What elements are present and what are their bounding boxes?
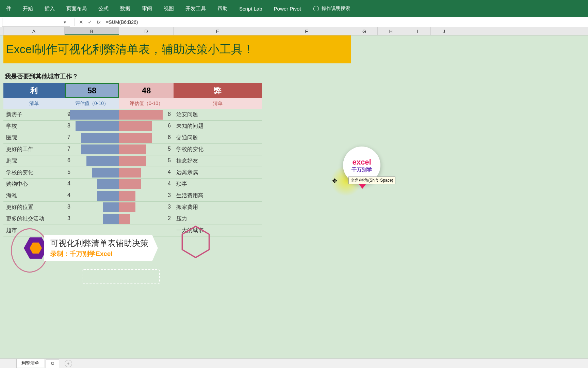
page-title: Excel制作可视化利弊清单表，辅助决策小工具！ [3,35,351,63]
cell-con-value[interactable]: 3 [119,202,174,213]
cell-con-item[interactable]: 生活费用高 [174,190,262,201]
ribbon-tab-view[interactable]: 视图 [162,2,176,15]
cell-con-value[interactable]: 5 [119,144,174,155]
cell-con-item[interactable]: 交通问题 [174,132,262,143]
fx-icon[interactable]: fx [94,19,103,25]
cell-pro-item[interactable]: 购物中心 [3,179,65,190]
cell-con-value[interactable]: 8 [119,109,174,120]
cell-con-item[interactable]: 学校的变化 [174,144,262,155]
header-pro-total[interactable]: 58 [65,83,119,98]
sheet-tab-copyright[interactable]: © [46,359,59,368]
cell-pro-value[interactable]: 4 [65,190,119,201]
divider [74,18,75,26]
cell-con-value[interactable] [119,225,174,236]
cell-pro-item[interactable]: 学校 [3,121,65,132]
cell-con-item[interactable]: 远离亲属 [174,167,262,178]
cell-con-value[interactable]: 4 [119,179,174,190]
cell-pro-item[interactable]: 学校的变化 [3,167,65,178]
cell-con-item[interactable]: 琐事 [174,179,262,190]
cell-pro-value[interactable]: 9 [65,109,119,120]
col-header-A[interactable]: A [3,27,65,35]
ribbon-tab-help[interactable]: 帮助 [215,2,230,15]
ribbon-tab-scriptlab[interactable]: Script Lab [237,2,264,15]
col-header-E[interactable]: E [174,27,262,35]
col-header-H[interactable]: H [378,27,404,35]
pros-cons-table: 利 58 48 弊 清单 评估值（0-10） 评估值（0-10） 清单 新房子9… [3,83,262,236]
cell-pro-value[interactable]: 8 [65,121,119,132]
sub-pro-list: 清单 [3,98,65,109]
ribbon-tab-data[interactable]: 数据 [118,2,132,15]
cell-pro-item[interactable]: 剧院 [3,155,65,167]
annotation-hexagon [180,225,211,259]
cell-pro-item[interactable]: 海滩 [3,190,65,201]
col-header-B[interactable]: B [65,27,119,35]
table-row[interactable]: 学校的变化54远离亲属 [3,167,262,179]
cell-pro-item[interactable]: 新房子 [3,109,65,120]
cell-con-item[interactable]: 治安问题 [174,109,262,120]
cell-pro-value[interactable]: 7 [65,144,119,155]
confirm-icon[interactable]: ✓ [85,19,94,25]
badge-subtitle: 录制：千万别学Excel [50,249,148,258]
ribbon-tab-formulas[interactable]: 公式 [96,2,111,15]
cell-con-value[interactable]: 5 [119,155,174,167]
table-row[interactable]: 更多的社交活动32压力 [3,213,262,225]
annotation-dashed-box [82,269,160,284]
cell-con-value[interactable]: 6 [119,121,174,132]
cell-pro-value[interactable]: 5 [65,167,119,178]
table-row[interactable]: 医院76交通问题 [3,132,262,144]
sheet-tab-active[interactable]: 利弊清单 [16,358,44,368]
col-header-G[interactable]: G [351,27,378,35]
col-header-F[interactable]: F [262,27,351,35]
header-con-total[interactable]: 48 [119,83,174,98]
cell-con-item[interactable]: 未知的问题 [174,121,262,132]
cell-pro-item[interactable]: 更多的社交活动 [3,213,65,225]
cell-con-value[interactable]: 4 [119,167,174,178]
add-sheet-button[interactable]: + [65,360,72,367]
column-headers: A B D E F G H I J [0,27,588,35]
cell-con-value[interactable]: 2 [119,213,174,225]
col-header-J[interactable]: J [431,27,457,35]
ime-tooltip: 全角/半角(Shift+Space) [348,177,395,184]
svg-marker-0 [182,226,209,258]
ribbon-tab-file[interactable]: 件 [4,2,13,15]
cell-pro-value[interactable] [65,225,119,236]
name-box[interactable]: ▾ [2,18,70,27]
worksheet-grid[interactable]: Excel制作可视化利弊清单表，辅助决策小工具！ 我是否要到其他城市工作？ 利 … [0,35,588,359]
cell-pro-value[interactable]: 3 [65,202,119,213]
cell-pro-item[interactable]: 更好的工作 [3,144,65,155]
cell-pro-value[interactable]: 7 [65,132,119,143]
ribbon-tab-powerpivot[interactable]: Power Pivot [272,2,303,15]
cell-con-item[interactable]: 压力 [174,213,262,225]
cell-con-item[interactable]: 挂念好友 [174,155,262,167]
sheet-tab-bar: 利弊清单 © + [0,358,588,368]
table-row[interactable]: 购物中心44琐事 [3,179,262,190]
cancel-icon[interactable]: ✕ [77,19,85,25]
table-row[interactable]: 更好的工作75学校的变化 [3,144,262,155]
ribbon-tab-insert[interactable]: 插入 [43,2,57,15]
logo-text-1: excel [352,158,371,167]
cell-pro-item[interactable]: 医院 [3,132,65,143]
table-row[interactable]: 学校86未知的问题 [3,121,262,132]
chevron-down-icon[interactable]: ▾ [62,19,68,25]
table-row[interactable]: 海滩43生活费用高 [3,190,262,202]
table-row[interactable]: 新房子98治安问题 [3,109,262,121]
col-header-I[interactable]: I [404,27,431,35]
formula-input[interactable]: =SUM(B6:B26) [103,19,588,25]
ribbon-tab-home[interactable]: 开始 [21,2,35,15]
ribbon-tab-layout[interactable]: 页面布局 [64,2,89,15]
cell-con-value[interactable]: 6 [119,132,174,143]
tell-me-search[interactable]: 操作说明搜索 [313,5,350,12]
cell-pro-item[interactable]: 更好的位置 [3,202,65,213]
badge-title: 可视化利弊清单表辅助决策 [50,238,148,249]
cell-con-item[interactable]: 搬家费用 [174,202,262,213]
cell-con-value[interactable]: 3 [119,190,174,201]
cell-pro-value[interactable]: 6 [65,155,119,167]
ribbon-tab-dev[interactable]: 开发工具 [183,2,208,15]
cell-pro-value[interactable]: 3 [65,213,119,225]
table-row[interactable]: 更好的位置33搬家费用 [3,202,262,213]
cell-pro-value[interactable]: 4 [65,179,119,190]
table-row[interactable]: 剧院65挂念好友 [3,155,262,167]
select-all-corner[interactable] [0,27,3,35]
ribbon-tab-review[interactable]: 审阅 [140,2,154,15]
col-header-D[interactable]: D [119,27,174,35]
